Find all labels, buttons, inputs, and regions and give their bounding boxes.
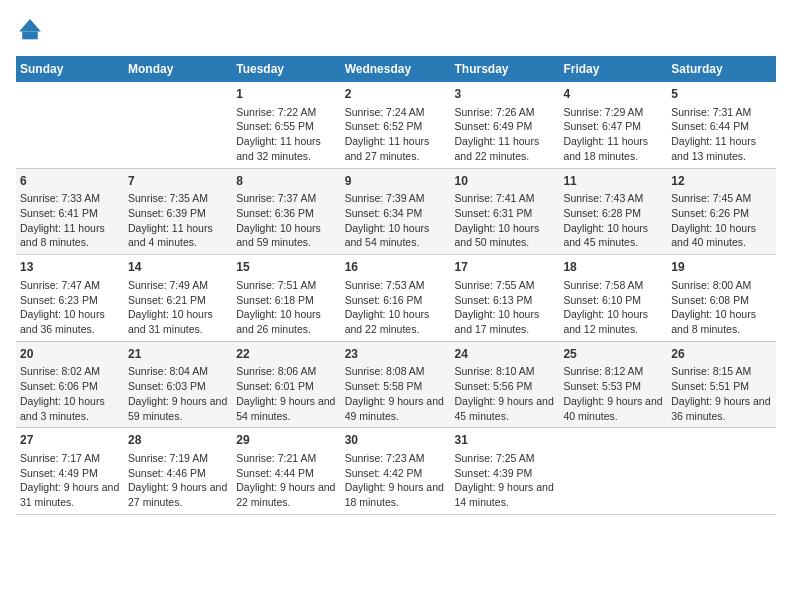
calendar-cell: 10Sunrise: 7:41 AM Sunset: 6:31 PM Dayli… — [451, 168, 560, 255]
day-info: Sunrise: 7:49 AM Sunset: 6:21 PM Dayligh… — [128, 278, 228, 337]
logo — [16, 16, 48, 44]
calendar-week-row: 6Sunrise: 7:33 AM Sunset: 6:41 PM Daylig… — [16, 168, 776, 255]
day-number: 13 — [20, 259, 120, 276]
day-number: 19 — [671, 259, 772, 276]
day-info: Sunrise: 7:45 AM Sunset: 6:26 PM Dayligh… — [671, 191, 772, 250]
day-info: Sunrise: 7:24 AM Sunset: 6:52 PM Dayligh… — [345, 105, 447, 164]
calendar-cell: 12Sunrise: 7:45 AM Sunset: 6:26 PM Dayli… — [667, 168, 776, 255]
day-info: Sunrise: 7:41 AM Sunset: 6:31 PM Dayligh… — [455, 191, 556, 250]
day-info: Sunrise: 7:31 AM Sunset: 6:44 PM Dayligh… — [671, 105, 772, 164]
calendar-cell: 28Sunrise: 7:19 AM Sunset: 4:46 PM Dayli… — [124, 428, 232, 515]
day-info: Sunrise: 8:04 AM Sunset: 6:03 PM Dayligh… — [128, 364, 228, 423]
day-number: 26 — [671, 346, 772, 363]
calendar-cell — [559, 428, 667, 515]
calendar-cell: 18Sunrise: 7:58 AM Sunset: 6:10 PM Dayli… — [559, 255, 667, 342]
day-number: 14 — [128, 259, 228, 276]
calendar-cell: 30Sunrise: 7:23 AM Sunset: 4:42 PM Dayli… — [341, 428, 451, 515]
calendar-cell: 6Sunrise: 7:33 AM Sunset: 6:41 PM Daylig… — [16, 168, 124, 255]
day-info: Sunrise: 7:35 AM Sunset: 6:39 PM Dayligh… — [128, 191, 228, 250]
calendar-cell: 14Sunrise: 7:49 AM Sunset: 6:21 PM Dayli… — [124, 255, 232, 342]
calendar-cell: 7Sunrise: 7:35 AM Sunset: 6:39 PM Daylig… — [124, 168, 232, 255]
calendar-table: SundayMondayTuesdayWednesdayThursdayFrid… — [16, 56, 776, 515]
calendar-cell: 15Sunrise: 7:51 AM Sunset: 6:18 PM Dayli… — [232, 255, 340, 342]
day-info: Sunrise: 8:10 AM Sunset: 5:56 PM Dayligh… — [455, 364, 556, 423]
day-number: 11 — [563, 173, 663, 190]
day-info: Sunrise: 7:19 AM Sunset: 4:46 PM Dayligh… — [128, 451, 228, 510]
day-number: 5 — [671, 86, 772, 103]
calendar-cell: 22Sunrise: 8:06 AM Sunset: 6:01 PM Dayli… — [232, 341, 340, 428]
day-info: Sunrise: 8:00 AM Sunset: 6:08 PM Dayligh… — [671, 278, 772, 337]
day-number: 23 — [345, 346, 447, 363]
calendar-cell: 31Sunrise: 7:25 AM Sunset: 4:39 PM Dayli… — [451, 428, 560, 515]
day-header-saturday: Saturday — [667, 56, 776, 82]
day-info: Sunrise: 7:58 AM Sunset: 6:10 PM Dayligh… — [563, 278, 663, 337]
day-number: 20 — [20, 346, 120, 363]
day-number: 30 — [345, 432, 447, 449]
day-info: Sunrise: 7:25 AM Sunset: 4:39 PM Dayligh… — [455, 451, 556, 510]
day-number: 29 — [236, 432, 336, 449]
calendar-cell: 3Sunrise: 7:26 AM Sunset: 6:49 PM Daylig… — [451, 82, 560, 168]
day-number: 17 — [455, 259, 556, 276]
day-number: 27 — [20, 432, 120, 449]
day-number: 2 — [345, 86, 447, 103]
day-number: 15 — [236, 259, 336, 276]
calendar-cell: 11Sunrise: 7:43 AM Sunset: 6:28 PM Dayli… — [559, 168, 667, 255]
day-number: 4 — [563, 86, 663, 103]
calendar-cell: 17Sunrise: 7:55 AM Sunset: 6:13 PM Dayli… — [451, 255, 560, 342]
calendar-cell: 8Sunrise: 7:37 AM Sunset: 6:36 PM Daylig… — [232, 168, 340, 255]
day-info: Sunrise: 7:21 AM Sunset: 4:44 PM Dayligh… — [236, 451, 336, 510]
day-number: 31 — [455, 432, 556, 449]
day-number: 12 — [671, 173, 772, 190]
day-info: Sunrise: 8:15 AM Sunset: 5:51 PM Dayligh… — [671, 364, 772, 423]
calendar-cell — [16, 82, 124, 168]
svg-rect-1 — [22, 32, 38, 40]
day-header-monday: Monday — [124, 56, 232, 82]
calendar-cell — [124, 82, 232, 168]
calendar-cell: 24Sunrise: 8:10 AM Sunset: 5:56 PM Dayli… — [451, 341, 560, 428]
day-info: Sunrise: 7:17 AM Sunset: 4:49 PM Dayligh… — [20, 451, 120, 510]
day-number: 6 — [20, 173, 120, 190]
calendar-cell: 20Sunrise: 8:02 AM Sunset: 6:06 PM Dayli… — [16, 341, 124, 428]
calendar-week-row: 20Sunrise: 8:02 AM Sunset: 6:06 PM Dayli… — [16, 341, 776, 428]
logo-icon — [16, 16, 44, 44]
day-info: Sunrise: 7:47 AM Sunset: 6:23 PM Dayligh… — [20, 278, 120, 337]
day-number: 18 — [563, 259, 663, 276]
day-info: Sunrise: 7:53 AM Sunset: 6:16 PM Dayligh… — [345, 278, 447, 337]
calendar-cell: 16Sunrise: 7:53 AM Sunset: 6:16 PM Dayli… — [341, 255, 451, 342]
calendar-header-row: SundayMondayTuesdayWednesdayThursdayFrid… — [16, 56, 776, 82]
calendar-cell: 27Sunrise: 7:17 AM Sunset: 4:49 PM Dayli… — [16, 428, 124, 515]
day-info: Sunrise: 7:22 AM Sunset: 6:55 PM Dayligh… — [236, 105, 336, 164]
calendar-cell: 19Sunrise: 8:00 AM Sunset: 6:08 PM Dayli… — [667, 255, 776, 342]
day-info: Sunrise: 7:39 AM Sunset: 6:34 PM Dayligh… — [345, 191, 447, 250]
page-header — [16, 16, 776, 44]
day-number: 24 — [455, 346, 556, 363]
calendar-week-row: 1Sunrise: 7:22 AM Sunset: 6:55 PM Daylig… — [16, 82, 776, 168]
day-number: 21 — [128, 346, 228, 363]
day-header-sunday: Sunday — [16, 56, 124, 82]
calendar-cell: 26Sunrise: 8:15 AM Sunset: 5:51 PM Dayli… — [667, 341, 776, 428]
day-info: Sunrise: 8:08 AM Sunset: 5:58 PM Dayligh… — [345, 364, 447, 423]
calendar-week-row: 27Sunrise: 7:17 AM Sunset: 4:49 PM Dayli… — [16, 428, 776, 515]
calendar-cell: 4Sunrise: 7:29 AM Sunset: 6:47 PM Daylig… — [559, 82, 667, 168]
day-info: Sunrise: 7:55 AM Sunset: 6:13 PM Dayligh… — [455, 278, 556, 337]
day-header-wednesday: Wednesday — [341, 56, 451, 82]
day-number: 10 — [455, 173, 556, 190]
calendar-cell: 5Sunrise: 7:31 AM Sunset: 6:44 PM Daylig… — [667, 82, 776, 168]
day-info: Sunrise: 7:51 AM Sunset: 6:18 PM Dayligh… — [236, 278, 336, 337]
calendar-cell: 13Sunrise: 7:47 AM Sunset: 6:23 PM Dayli… — [16, 255, 124, 342]
day-header-friday: Friday — [559, 56, 667, 82]
day-info: Sunrise: 8:06 AM Sunset: 6:01 PM Dayligh… — [236, 364, 336, 423]
day-info: Sunrise: 8:02 AM Sunset: 6:06 PM Dayligh… — [20, 364, 120, 423]
calendar-cell: 9Sunrise: 7:39 AM Sunset: 6:34 PM Daylig… — [341, 168, 451, 255]
day-number: 1 — [236, 86, 336, 103]
calendar-cell — [667, 428, 776, 515]
calendar-cell: 21Sunrise: 8:04 AM Sunset: 6:03 PM Dayli… — [124, 341, 232, 428]
calendar-cell: 25Sunrise: 8:12 AM Sunset: 5:53 PM Dayli… — [559, 341, 667, 428]
day-number: 16 — [345, 259, 447, 276]
day-number: 8 — [236, 173, 336, 190]
day-number: 28 — [128, 432, 228, 449]
day-info: Sunrise: 7:23 AM Sunset: 4:42 PM Dayligh… — [345, 451, 447, 510]
day-number: 22 — [236, 346, 336, 363]
calendar-cell: 1Sunrise: 7:22 AM Sunset: 6:55 PM Daylig… — [232, 82, 340, 168]
calendar-week-row: 13Sunrise: 7:47 AM Sunset: 6:23 PM Dayli… — [16, 255, 776, 342]
